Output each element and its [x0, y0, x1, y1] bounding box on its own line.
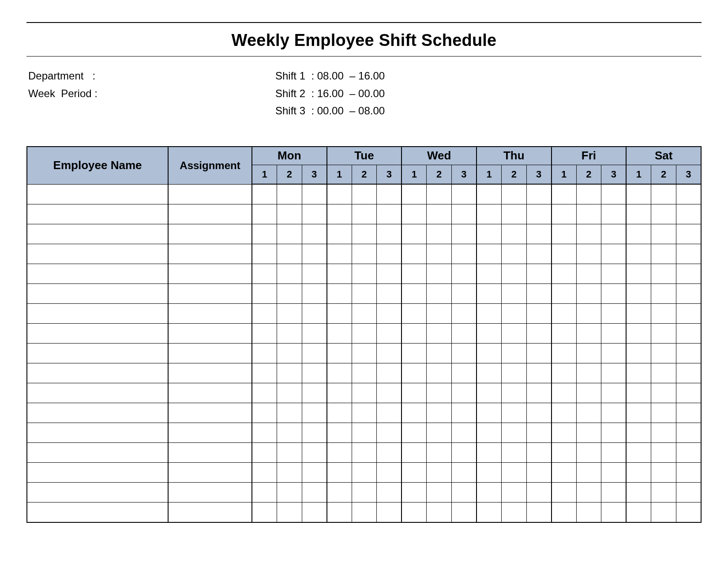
cell-shift	[352, 184, 377, 204]
cell-shift	[502, 383, 527, 403]
cell-shift	[302, 403, 327, 423]
cell-shift	[526, 344, 552, 363]
cell-shift	[601, 423, 627, 443]
cell-shift	[427, 224, 452, 244]
cell-shift	[526, 483, 552, 503]
cell-shift	[576, 204, 601, 224]
cell-shift	[626, 483, 651, 503]
cell-employee	[27, 224, 168, 244]
cell-shift	[402, 344, 427, 363]
cell-shift	[252, 503, 277, 523]
table-row	[27, 344, 701, 363]
cell-shift	[427, 324, 452, 344]
col-header-shift: 1	[402, 165, 427, 185]
col-header-shift: 1	[327, 165, 352, 185]
col-header-day: Mon	[252, 147, 327, 165]
cell-shift	[502, 324, 527, 344]
cell-shift	[402, 224, 427, 244]
cell-assignment	[168, 264, 252, 284]
cell-shift	[302, 184, 327, 204]
cell-shift	[601, 503, 627, 523]
meta-block: Department : Week Period : Shift 1 : 08.…	[26, 67, 702, 120]
cell-shift	[377, 184, 402, 204]
cell-shift	[676, 224, 701, 244]
cell-shift	[302, 244, 327, 264]
cell-shift	[526, 184, 552, 204]
cell-shift	[676, 184, 701, 204]
cell-shift	[626, 423, 651, 443]
cell-assignment	[168, 443, 252, 463]
cell-shift	[676, 264, 701, 284]
col-header-shift: 3	[451, 165, 477, 185]
table-row	[27, 204, 701, 224]
table-row	[27, 423, 701, 443]
cell-shift	[552, 463, 577, 483]
col-header-shift: 3	[377, 165, 402, 185]
cell-shift	[451, 503, 477, 523]
cell-shift	[402, 184, 427, 204]
cell-shift	[352, 503, 377, 523]
cell-shift	[626, 383, 651, 403]
cell-shift	[601, 463, 627, 483]
cell-shift	[377, 443, 402, 463]
table-row	[27, 383, 701, 403]
cell-employee	[27, 244, 168, 264]
cell-shift	[402, 304, 427, 324]
cell-shift	[477, 344, 502, 363]
cell-shift	[626, 184, 651, 204]
cell-shift	[576, 383, 601, 403]
cell-shift	[552, 483, 577, 503]
cell-shift	[327, 224, 352, 244]
cell-employee	[27, 443, 168, 463]
cell-shift	[502, 264, 527, 284]
cell-shift	[377, 503, 402, 523]
cell-shift	[676, 244, 701, 264]
cell-shift	[526, 443, 552, 463]
cell-shift	[451, 483, 477, 503]
cell-shift	[277, 264, 302, 284]
cell-shift	[352, 443, 377, 463]
cell-shift	[377, 403, 402, 423]
cell-shift	[427, 383, 452, 403]
cell-shift	[402, 363, 427, 383]
cell-shift	[651, 403, 676, 423]
cell-shift	[451, 264, 477, 284]
cell-assignment	[168, 423, 252, 443]
col-header-day: Fri	[552, 147, 627, 165]
cell-shift	[252, 264, 277, 284]
col-header-shift: 2	[502, 165, 527, 185]
cell-employee	[27, 184, 168, 204]
cell-shift	[252, 423, 277, 443]
cell-shift	[451, 284, 477, 304]
cell-shift	[576, 463, 601, 483]
cell-shift	[352, 463, 377, 483]
table-row	[27, 224, 701, 244]
cell-assignment	[168, 363, 252, 383]
cell-shift	[352, 423, 377, 443]
cell-shift	[377, 483, 402, 503]
cell-shift	[651, 503, 676, 523]
cell-employee	[27, 403, 168, 423]
cell-shift	[626, 463, 651, 483]
cell-shift	[252, 224, 277, 244]
cell-shift	[427, 483, 452, 503]
col-header-shift: 3	[676, 165, 701, 185]
cell-shift	[352, 284, 377, 304]
cell-shift	[502, 463, 527, 483]
cell-shift	[377, 304, 402, 324]
col-header-shift: 3	[601, 165, 627, 185]
col-header-shift: 2	[576, 165, 601, 185]
col-header-shift: 1	[552, 165, 577, 185]
cell-shift	[601, 483, 627, 503]
cell-shift	[252, 463, 277, 483]
cell-shift	[327, 363, 352, 383]
cell-assignment	[168, 304, 252, 324]
cell-shift	[576, 363, 601, 383]
cell-shift	[477, 503, 502, 523]
cell-shift	[526, 224, 552, 244]
cell-shift	[352, 403, 377, 423]
table-row	[27, 284, 701, 304]
cell-shift	[427, 403, 452, 423]
cell-shift	[552, 184, 577, 204]
cell-employee	[27, 264, 168, 284]
